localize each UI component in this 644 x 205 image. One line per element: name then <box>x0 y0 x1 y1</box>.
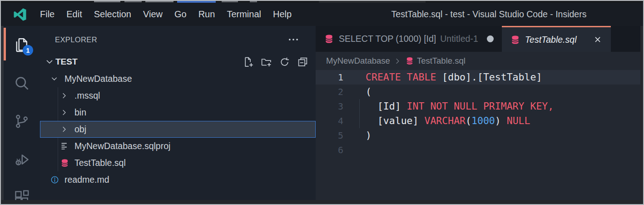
tree-item-label: MyNewDatabase <box>64 74 132 84</box>
tab-label: TestTable.sql <box>525 35 576 45</box>
code-line-2[interactable]: 2( <box>316 85 640 99</box>
activity-bar: 1 <box>4 26 40 200</box>
chevron-right-icon <box>60 125 71 135</box>
activity-item-search[interactable] <box>4 64 40 102</box>
close-icon <box>593 35 603 45</box>
info-icon <box>50 175 61 185</box>
dirty-indicator[interactable] <box>487 35 494 42</box>
database-icon <box>324 34 334 44</box>
chevron-down-icon <box>50 75 59 83</box>
background-fragment <box>145 1 173 2</box>
tab-label: SELECT TOP (1000) [Id] <box>339 34 436 44</box>
chevron-right-icon <box>60 108 71 118</box>
tab-close-button[interactable] <box>593 35 603 45</box>
database-icon <box>324 34 334 44</box>
chevron-down-icon <box>50 74 61 84</box>
tree-item-label: readme.md <box>64 175 109 185</box>
new-file-icon <box>243 56 254 68</box>
section-actions <box>243 56 316 68</box>
activity-item-extensions[interactable] <box>4 179 40 200</box>
source-control-icon <box>14 113 30 130</box>
run-debug-icon <box>14 151 30 168</box>
breadcrumb: MyNewDatabaseTestTable.sql <box>316 52 640 70</box>
menu-file[interactable]: File <box>34 9 60 20</box>
line-number: 6 <box>316 143 347 157</box>
database-icon <box>405 56 414 65</box>
sidebar-title: EXPLORER <box>55 35 97 44</box>
explorer-sidebar: EXPLORER TEST MyNewDatabase.mssqlbinobjM… <box>40 26 316 200</box>
tree-item-obj[interactable]: obj <box>40 121 316 138</box>
tree-item-label: .mssql <box>74 90 100 101</box>
database-icon <box>60 158 69 168</box>
collapse-folders-icon <box>297 56 308 68</box>
more-actions-button[interactable] <box>287 34 299 45</box>
vscode-insiders-logo <box>13 8 27 21</box>
code-text: ) <box>347 128 372 143</box>
menu-go[interactable]: Go <box>168 9 193 20</box>
code-text: ( <box>347 85 372 99</box>
activity-item-explorer[interactable]: 1 <box>4 26 40 64</box>
tree-item-mynewdatabase[interactable]: MyNewDatabase <box>40 70 316 87</box>
collapse-folders-button[interactable] <box>297 56 308 68</box>
tree-item-testtable-sql[interactable]: TestTable.sql <box>40 155 316 171</box>
tree-item-mssql[interactable]: .mssql <box>40 87 316 104</box>
file-tree: MyNewDatabase.mssqlbinobjMyNewDatabase.s… <box>40 70 316 200</box>
code-line-3[interactable]: 3 [Id] INT NOT NULL PRIMARY KEY, <box>316 99 640 114</box>
token-plain: [value] <box>366 115 424 126</box>
background-fragment <box>222 1 238 2</box>
token-plain: [dbo].[TestTable] <box>442 71 542 83</box>
menu-view[interactable]: View <box>137 9 168 20</box>
code-line-6[interactable]: 6 <box>316 143 640 157</box>
menu-selection[interactable]: Selection <box>88 9 137 20</box>
menu-run[interactable]: Run <box>193 9 221 20</box>
title-bar: FileEditSelectionViewGoRunTerminalHelp T… <box>1 3 643 26</box>
menu-edit[interactable]: Edit <box>60 9 88 20</box>
tree-item-readme-md[interactable]: readme.md <box>40 171 316 188</box>
tree-item-label: obj <box>74 124 86 135</box>
background-fragment <box>94 1 120 2</box>
background-fragment <box>124 1 142 2</box>
token-plain: ) <box>366 130 372 141</box>
code-line-5[interactable]: 5) <box>316 128 640 143</box>
badge-count: 1 <box>23 45 33 55</box>
breadcrumb-item-mynewdatabase[interactable]: MyNewDatabase <box>326 56 390 66</box>
token-number: 1000 <box>471 115 495 126</box>
ellipsis-icon <box>287 34 299 45</box>
chevron-right-icon <box>60 108 69 117</box>
code-text: [Id] INT NOT NULL PRIMARY KEY, <box>347 99 554 114</box>
breadcrumb-item-testtable-sql[interactable]: TestTable.sql <box>405 56 466 66</box>
search-icon <box>14 75 30 91</box>
database-icon <box>405 56 417 66</box>
line-number: 3 <box>316 99 347 114</box>
tree-item-bin[interactable]: bin <box>40 104 316 121</box>
vscode-window: FileEditSelectionViewGoRunTerminalHelp T… <box>0 0 644 205</box>
activity-item-run-and-debug[interactable] <box>4 140 40 179</box>
tree-item-label: TestTable.sql <box>74 158 126 168</box>
tab-testtable-sql[interactable]: TestTable.sql <box>502 26 611 52</box>
code-text: CREATE TABLE [dbo].[TestTable] <box>347 70 542 85</box>
new-file-button[interactable] <box>243 56 254 68</box>
background-fragment <box>250 1 257 2</box>
right-edge <box>640 26 643 200</box>
tree-item-mynewdatabase-sqlproj[interactable]: MyNewDatabase.sqlproj <box>40 138 316 155</box>
section-header-test[interactable]: TEST <box>40 53 316 70</box>
tab-select-top-1000-id[interactable]: SELECT TOP (1000) [Id]Untitled-1 <box>316 26 502 52</box>
menu-help[interactable]: Help <box>267 9 297 20</box>
refresh-icon <box>279 56 290 68</box>
code-editor[interactable]: 1CREATE TABLE [dbo].[TestTable]2(3 [Id] … <box>316 70 640 200</box>
window-bottom-edge <box>1 200 643 204</box>
sidebar-header: EXPLORER <box>40 26 316 53</box>
refresh-button[interactable] <box>279 56 290 68</box>
line-number: 5 <box>316 128 347 143</box>
activity-item-source-control[interactable] <box>4 102 40 140</box>
new-folder-button[interactable] <box>261 56 272 68</box>
menu-terminal[interactable]: Terminal <box>221 9 267 20</box>
database-icon <box>510 35 520 45</box>
token-plain: ( <box>366 86 372 97</box>
code-line-4[interactable]: 4 [value] VARCHAR(1000) NULL <box>316 114 640 128</box>
token-plain: [Id] <box>366 100 407 112</box>
workbench: 1 EXPLORER TEST MyNewDatabase.mssqlbinob… <box>1 26 643 200</box>
code-line-1[interactable]: 1CREATE TABLE [dbo].[TestTable] <box>316 70 640 85</box>
info-icon <box>50 175 59 185</box>
chevron-right-icon <box>393 57 402 65</box>
